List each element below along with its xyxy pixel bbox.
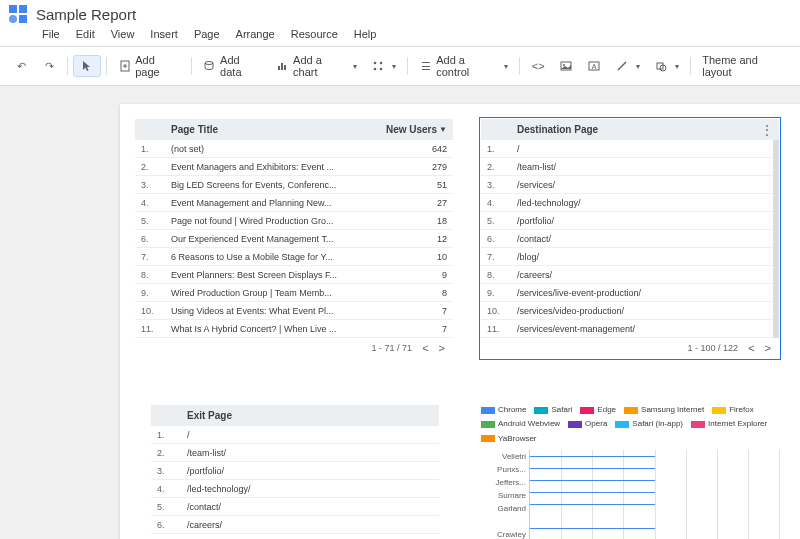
undo-button[interactable]: ↶ bbox=[8, 56, 34, 76]
table-row[interactable]: 3.Big LED Screens for Events, Conferenc.… bbox=[135, 176, 453, 194]
pager-next[interactable]: > bbox=[439, 342, 445, 354]
col-destination-page[interactable]: Destination Page bbox=[517, 124, 773, 135]
chart-bar[interactable] bbox=[530, 480, 655, 481]
table-row[interactable]: 7./services/ bbox=[151, 534, 439, 539]
canvas-viewport[interactable]: Page Title New Users▼ 1.(not set)6422.Ev… bbox=[0, 86, 800, 539]
chart-icon bbox=[276, 59, 289, 73]
shape-button[interactable] bbox=[648, 56, 685, 76]
menu-view[interactable]: View bbox=[105, 26, 141, 42]
pager-next[interactable]: > bbox=[765, 342, 771, 354]
table-header: Page Title New Users▼ bbox=[135, 119, 453, 140]
table-row[interactable]: 2./team-list/ bbox=[481, 158, 773, 176]
table-row[interactable]: 7.6 Reasons to Use a Mobile Stage for Y.… bbox=[135, 248, 453, 266]
table-row[interactable]: 10./services/video-production/ bbox=[481, 302, 773, 320]
table-row[interactable]: 5./portfolio/ bbox=[481, 212, 773, 230]
table-body: 1.(not set)6422.Event Managers and Exhib… bbox=[135, 140, 453, 338]
add-control-button[interactable]: ☰Add a control bbox=[413, 51, 514, 81]
menu-bar: File Edit View Insert Page Arrange Resou… bbox=[0, 24, 800, 46]
table-row[interactable]: 8./careers/ bbox=[481, 266, 773, 284]
legend-item[interactable]: YaBrowser bbox=[481, 434, 537, 444]
image-button[interactable] bbox=[553, 56, 579, 76]
table-row[interactable]: 5.Page not found | Wired Production Gro.… bbox=[135, 212, 453, 230]
table-row[interactable]: 4.Event Management and Planning New...27 bbox=[135, 194, 453, 212]
menu-file[interactable]: File bbox=[36, 26, 66, 42]
svg-point-7 bbox=[374, 62, 377, 65]
table-row[interactable]: 1.(not set)642 bbox=[135, 140, 453, 158]
legend-item[interactable]: Samsung Internet bbox=[624, 405, 704, 415]
url-embed-button[interactable]: <> bbox=[525, 56, 551, 76]
table-body: 1./2./team-list/3./services/4./led-techn… bbox=[481, 140, 779, 338]
table-row[interactable]: 11.What Is A Hybrid Concert? | When Live… bbox=[135, 320, 453, 338]
database-icon bbox=[203, 59, 216, 73]
table-row[interactable]: 1./ bbox=[151, 426, 439, 444]
table-row[interactable]: 6./careers/ bbox=[151, 516, 439, 534]
chart-browsers-by-city[interactable]: ChromeSafariEdgeSamsung InternetFirefoxA… bbox=[480, 404, 780, 539]
svg-point-10 bbox=[380, 68, 383, 71]
legend-item[interactable]: Safari (in-app) bbox=[615, 419, 683, 429]
chart-bar[interactable] bbox=[530, 468, 655, 469]
chart-bar[interactable] bbox=[530, 528, 655, 529]
svg-point-3 bbox=[205, 62, 213, 65]
legend-item[interactable]: Firefox bbox=[712, 405, 753, 415]
chart-bar[interactable] bbox=[530, 492, 655, 493]
text-button[interactable]: A bbox=[581, 56, 607, 76]
table-row[interactable]: 9./services/live-event-production/ bbox=[481, 284, 773, 302]
embed-icon: <> bbox=[531, 59, 545, 73]
table-destination-page[interactable]: ⋮ Destination Page 1./2./team-list/3./se… bbox=[480, 118, 780, 359]
menu-edit[interactable]: Edit bbox=[70, 26, 101, 42]
table-row[interactable]: 9.Wired Production Group | Team Memb...8 bbox=[135, 284, 453, 302]
select-tool[interactable] bbox=[73, 55, 101, 77]
col-new-users[interactable]: New Users▼ bbox=[377, 124, 447, 135]
table-row[interactable]: 4./led-technology/ bbox=[481, 194, 773, 212]
chart-bar[interactable] bbox=[530, 456, 655, 457]
menu-arrange[interactable]: Arrange bbox=[230, 26, 281, 42]
legend-item[interactable]: Internet Explorer bbox=[691, 419, 767, 429]
add-chart-button[interactable]: Add a chart bbox=[270, 51, 363, 81]
line-button[interactable] bbox=[609, 56, 646, 76]
col-exit-page[interactable]: Exit Page bbox=[187, 410, 433, 421]
chart-bar[interactable] bbox=[530, 504, 655, 505]
table-row[interactable]: 3./services/ bbox=[481, 176, 773, 194]
report-canvas[interactable]: Page Title New Users▼ 1.(not set)6422.Ev… bbox=[120, 104, 800, 539]
table-row[interactable]: 3./portfolio/ bbox=[151, 462, 439, 480]
legend-item[interactable]: Chrome bbox=[481, 405, 526, 415]
table-row[interactable]: 10.Using Videos at Events: What Event Pl… bbox=[135, 302, 453, 320]
svg-rect-5 bbox=[281, 63, 283, 70]
menu-resource[interactable]: Resource bbox=[285, 26, 344, 42]
community-viz-button[interactable] bbox=[365, 56, 402, 76]
table-page-title[interactable]: Page Title New Users▼ 1.(not set)6422.Ev… bbox=[134, 118, 454, 359]
redo-button[interactable]: ↷ bbox=[36, 56, 62, 76]
menu-page[interactable]: Page bbox=[188, 26, 226, 42]
menu-insert[interactable]: Insert bbox=[144, 26, 184, 42]
table-row[interactable]: 1./ bbox=[481, 140, 773, 158]
table-row[interactable]: 2.Event Managers and Exhibitors: Event .… bbox=[135, 158, 453, 176]
legend-item[interactable]: Opera bbox=[568, 419, 607, 429]
table-row[interactable]: 2./team-list/ bbox=[151, 444, 439, 462]
table-row[interactable]: 6.Our Experienced Event Management T...1… bbox=[135, 230, 453, 248]
menu-help[interactable]: Help bbox=[348, 26, 383, 42]
legend-item[interactable]: Safari bbox=[534, 405, 572, 415]
add-page-button[interactable]: Add page bbox=[112, 51, 186, 81]
add-data-button[interactable]: Add data bbox=[197, 51, 268, 81]
theme-layout-button[interactable]: Theme and layout bbox=[696, 51, 792, 81]
doc-title[interactable]: Sample Report bbox=[36, 6, 136, 23]
table-row[interactable]: 8.Event Planners: Best Screen Displays F… bbox=[135, 266, 453, 284]
table-header: Exit Page bbox=[151, 405, 439, 426]
table-exit-page[interactable]: Exit Page 1./2./team-list/3./portfolio/4… bbox=[150, 404, 440, 539]
widget-more-icon[interactable]: ⋮ bbox=[761, 123, 773, 137]
table-row[interactable]: 5./contact/ bbox=[151, 498, 439, 516]
sort-desc-icon: ▼ bbox=[439, 125, 447, 134]
table-row[interactable]: 4./led-technology/ bbox=[151, 480, 439, 498]
chart-y-axis: VelletriPunxs...Jeffers...SumareGarlandC… bbox=[481, 450, 529, 539]
table-row[interactable]: 6./contact/ bbox=[481, 230, 773, 248]
pager-range: 1 - 71 / 71 bbox=[372, 343, 413, 353]
col-page-title[interactable]: Page Title bbox=[171, 124, 377, 135]
table-row[interactable]: 11./services/event-management/ bbox=[481, 320, 773, 338]
pager-prev[interactable]: < bbox=[422, 342, 428, 354]
pager-prev[interactable]: < bbox=[748, 342, 754, 354]
table-row[interactable]: 7./blog/ bbox=[481, 248, 773, 266]
legend-item[interactable]: Android Webview bbox=[481, 419, 560, 429]
table-pager: 1 - 71 / 71 < > bbox=[135, 338, 453, 358]
legend-item[interactable]: Edge bbox=[580, 405, 616, 415]
add-page-icon bbox=[118, 59, 131, 73]
